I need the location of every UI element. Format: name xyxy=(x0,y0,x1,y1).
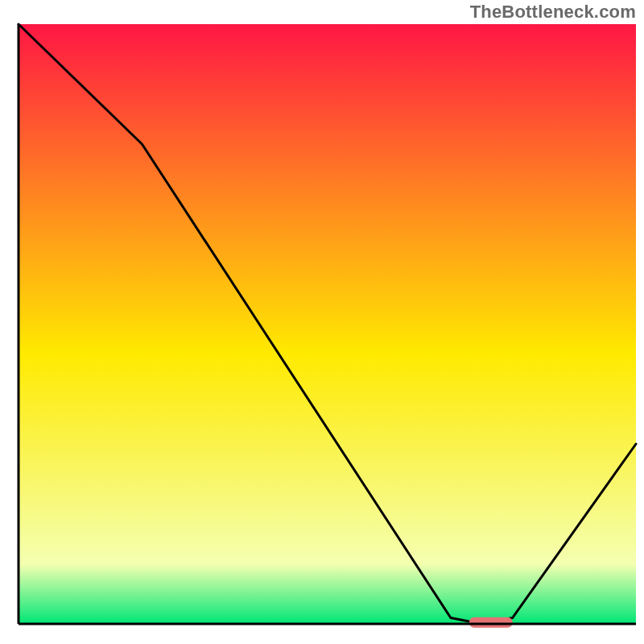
bottleneck-chart xyxy=(0,0,644,644)
optimal-zone-marker xyxy=(469,617,513,628)
chart-container: TheBottleneck.com xyxy=(0,0,644,644)
